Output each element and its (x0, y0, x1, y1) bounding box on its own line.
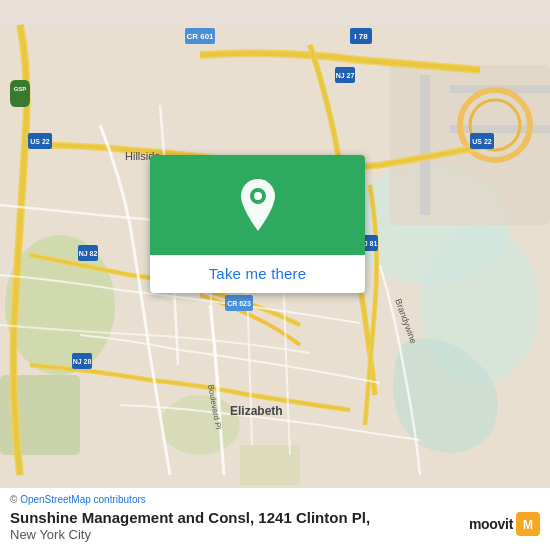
osm-link[interactable]: OpenStreetMap contributors (20, 494, 146, 505)
popup-button-row: Take me there (150, 255, 365, 293)
location-city: New York City (10, 527, 370, 542)
bottom-bar: © OpenStreetMap contributors Sunshine Ma… (0, 487, 550, 551)
svg-point-37 (254, 192, 262, 200)
svg-text:CR 623: CR 623 (227, 300, 251, 307)
svg-rect-4 (420, 75, 430, 215)
svg-text:Elizabeth: Elizabeth (230, 404, 283, 418)
copyright-symbol: © (10, 494, 17, 505)
svg-text:US 22: US 22 (472, 138, 492, 145)
svg-text:GSP: GSP (14, 86, 27, 92)
take-me-there-button[interactable]: Take me there (209, 265, 307, 282)
osm-credit: © OpenStreetMap contributors (10, 494, 540, 505)
svg-rect-6 (450, 125, 550, 133)
popup-header (150, 155, 365, 255)
svg-text:NJ 28: NJ 28 (73, 358, 92, 365)
svg-text:US 22: US 22 (30, 138, 50, 145)
svg-text:NJ 82: NJ 82 (79, 250, 98, 257)
svg-text:NJ 27: NJ 27 (336, 72, 355, 79)
svg-point-11 (160, 395, 240, 455)
svg-text:CR 601: CR 601 (186, 32, 214, 41)
popup-card: Take me there (150, 155, 365, 293)
moovit-logo: moovit M (469, 512, 540, 536)
location-name: Sunshine Management and Consl, 1241 Clin… (10, 508, 370, 528)
moovit-logo-icon: M (516, 512, 540, 536)
svg-text:I 78: I 78 (354, 32, 368, 41)
svg-rect-12 (240, 445, 300, 485)
moovit-text: moovit (469, 516, 513, 532)
map-container: CR 601 I 78 US 22 US 22 NJ 27 NJ 82 NJ 8… (0, 0, 550, 550)
location-pin-icon (236, 177, 280, 233)
svg-text:M: M (523, 518, 533, 532)
